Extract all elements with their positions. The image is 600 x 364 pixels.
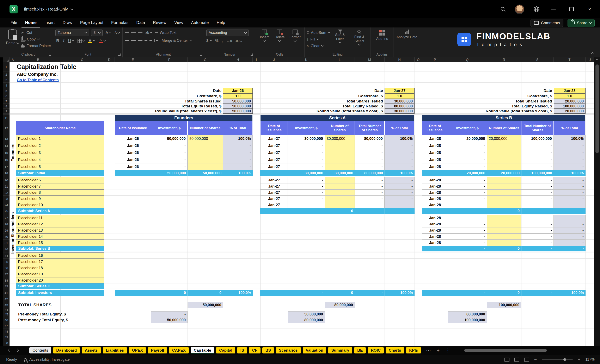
row-header-24[interactable]: 24 [3,202,9,208]
cell-Q17[interactable]: - [448,163,487,170]
italic-button[interactable]: I [62,38,65,44]
fill-button[interactable]: ↓Fill [307,36,330,42]
cell-T13[interactable]: 100.0% [554,135,586,142]
sheet-tab-contents[interactable]: Contents [29,347,51,354]
cell-P24[interactable]: Jan-28 [422,202,448,208]
cell-D9[interactable]: Round Value (total shares x cost), $ [104,109,223,114]
cell-N7[interactable]: 30,000,000 [384,99,414,104]
cell-B17[interactable]: Placeholder 5 [16,163,104,170]
cell-D5[interactable]: Date [104,88,223,93]
row-header-37[interactable]: 37 [3,271,9,277]
column-header-C[interactable]: C [60,57,104,62]
cell-F41[interactable]: 0 [151,290,188,296]
cell-N16[interactable]: - [384,156,414,163]
cell-T41[interactable]: 100.0% [554,290,586,296]
cell-P9[interactable]: Round Value (total shares x cost), $ [422,109,554,114]
cell-R41[interactable]: 0 [487,290,521,296]
zoom-in-button[interactable]: + [578,357,580,362]
cell-P7[interactable]: Total Shares Issued [422,99,554,104]
cell-M12[interactable]: Total Number of Shares [355,121,384,135]
bold-button[interactable]: B [56,38,60,44]
cell-T20[interactable]: - [554,177,586,183]
cell-J22[interactable]: Jan-27 [260,190,288,196]
cell-G16[interactable] [188,156,223,163]
cell-B20[interactable]: Placeholder 6 [16,177,104,183]
autosum-button[interactable]: ΣAutoSum [307,29,330,36]
cell-N6[interactable]: 1.0 [384,93,414,99]
cell-B18[interactable]: Subtotal: Initial [16,170,104,176]
row-header-41[interactable]: 41 [3,290,9,296]
column-header-O[interactable]: O [414,57,422,62]
cell-E15[interactable]: Jan-26 [115,149,151,156]
cell-D8[interactable]: Total Equity Raised, $ [104,104,223,109]
cell-N12[interactable]: % of Total [384,121,414,135]
cell-J11[interactable]: Series A [260,115,414,121]
row-header-4[interactable]: 4 [3,83,9,88]
cell-R15[interactable] [487,149,521,156]
column-header-B[interactable]: B [16,57,60,62]
sheet-tab-assets[interactable]: Assets [82,347,101,354]
addins-button[interactable]: Add-ins [373,29,391,41]
row-header-17[interactable]: 17 [3,163,9,170]
sheet-tab-be[interactable]: BE [354,347,366,354]
column-header-F[interactable]: F [151,57,188,62]
cell-H5[interactable]: Jan-26 [223,88,253,93]
analyze-data-button[interactable]: Analyze Data [395,29,418,39]
cell-M18[interactable]: 80,000,000 [355,170,384,176]
cell-K14[interactable]: - [288,142,325,149]
cell-P8[interactable]: Total Equity Raised, $ [422,104,554,109]
row-header-8[interactable]: 8 [3,104,9,109]
cell-P22[interactable]: Jan-28 [422,190,448,196]
cell-Q41[interactable]: - [448,290,487,296]
column-header-U[interactable]: U [586,57,594,62]
clipboard-dialog-launcher[interactable] [49,54,51,56]
cell-P41[interactable] [422,290,448,296]
cell-K13[interactable]: 30,000,000 [288,135,325,142]
cell-S31[interactable]: - [521,240,554,246]
cell-R31[interactable] [487,240,521,246]
row-header-3[interactable]: 3 [3,77,9,83]
cell-L18[interactable]: 30,000,000 [325,170,355,176]
cell-K45[interactable]: 50,000,000 [288,311,325,317]
sort-filter-button[interactable]: Sort & Filter [331,29,349,43]
cell-G14[interactable] [188,142,223,149]
vertical-scrollbar[interactable] [594,57,600,346]
row-header-21[interactable]: 21 [3,183,9,190]
cell-F16[interactable]: - [151,156,188,163]
cell-H9[interactable]: 50,000,000 [223,109,253,114]
collapse-ribbon-button[interactable] [592,52,594,55]
cell-M22[interactable]: - [355,190,384,196]
cell-Q45[interactable]: 80,000,000 [448,311,487,317]
row-header-32[interactable]: 32 [3,246,9,251]
cell-K15[interactable]: - [288,149,325,156]
cell-T31[interactable]: - [554,240,586,246]
cell-P32[interactable] [422,246,448,251]
cell-R20[interactable] [487,177,521,183]
tab-scroll-left-icon[interactable] [8,349,11,352]
cell-P5[interactable]: Date [422,88,554,93]
cell-L41[interactable]: 0 [325,290,355,296]
cell-B3[interactable]: Go to Table of Contents [16,77,104,83]
cell-Q23[interactable]: - [448,196,487,202]
cell-B29[interactable]: Placeholder 13 [16,227,104,233]
row-header-38[interactable]: 38 [3,277,9,283]
menu-automate[interactable]: Automate [188,18,212,27]
cell-L25[interactable]: 0 [325,208,355,214]
increase-font-button[interactable]: A [105,30,112,36]
row-header-11[interactable]: 11 [3,115,9,121]
column-header-N[interactable]: N [384,57,414,62]
row-header-7[interactable]: 7 [3,99,9,104]
cell-N20[interactable]: - [384,177,414,183]
cell-N8[interactable]: 80,000,000 [384,104,414,109]
format-cells-button[interactable]: Format [288,29,302,42]
cell-G41[interactable]: 0 [188,290,223,296]
row-header-47[interactable]: 47 [3,323,9,328]
cell-S14[interactable]: - [521,142,554,149]
percent-format-button[interactable]: % [215,38,218,44]
cell-M25[interactable]: - [355,208,384,214]
font-dialog-launcher[interactable] [118,54,121,56]
sheet-tab-charts[interactable]: Charts [386,347,404,354]
cell-T30[interactable]: - [554,233,586,240]
row-header-14[interactable]: 14 [3,142,9,149]
cell-F18[interactable]: 50,000,000 [151,170,188,176]
